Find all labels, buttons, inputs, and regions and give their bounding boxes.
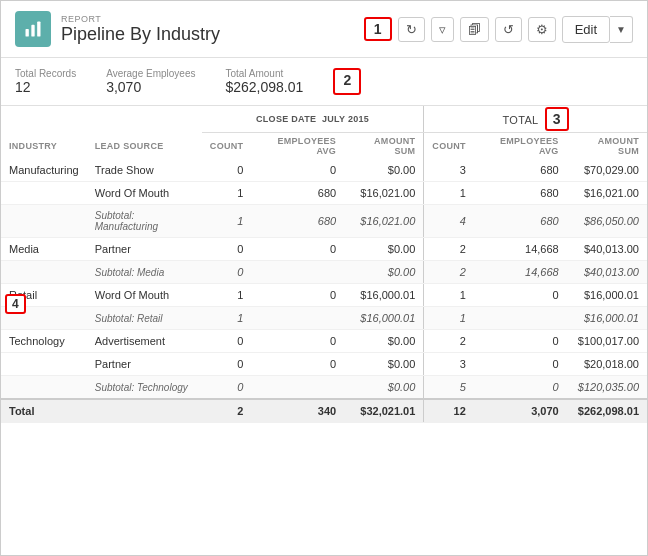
table-wrapper: CLOSE DATE July 2015 Total 3 INDUSTRY LE… [1,106,647,423]
header-left: REPORT Pipeline By Industry [15,11,220,47]
table-row: TechnologyAdvertisement00$0.0020$100,017… [1,330,647,353]
callout-3: 3 [545,107,569,131]
total-total-employees-avg: 3,070 [474,399,567,423]
table-row: Partner00$0.0030$20,018.00 [1,353,647,376]
total-count: 2 [202,399,252,423]
total-employees-avg: 340 [251,399,344,423]
report-icon [15,11,51,47]
reload-icon-btn[interactable]: ↺ [495,17,522,42]
table-row: Subtotal: Media0$0.00214,668$40,013.00 [1,261,647,284]
cell-lead-source: Partner [87,238,202,261]
callout-2: 2 [333,68,361,95]
svg-rect-1 [31,25,34,37]
avg-employees-value: 3,070 [106,79,195,95]
subtotal-lead-source: Subtotal: Manufacturing [87,205,202,238]
subtotal-lead-source: Subtotal: Retail [87,307,202,330]
total-amount-value: $262,098.01 [225,79,303,95]
table-row: Word Of Mouth1680$16,021.001680$16,021.0… [1,182,647,205]
svg-rect-2 [37,22,40,37]
column-header-row: INDUSTRY LEAD SOURCE COUNT EMPLOYEES Avg… [1,133,647,160]
total-amount-sum: $32,021.01 [344,399,424,423]
total-total-count: 12 [424,399,474,423]
total-amount-summary: Total Amount $262,098.01 [225,68,303,95]
group-header-row: CLOSE DATE July 2015 Total 3 [1,106,647,133]
report-table: CLOSE DATE July 2015 Total 3 INDUSTRY LE… [1,106,647,423]
cell-lead-source: Partner [87,353,202,376]
callout-4: 4 [5,294,26,314]
header-right: 1 ↻ ▿ 🗐 ↺ ⚙ Edit ▼ [364,16,633,43]
col-total-employees-avg: EMPLOYEES Avg [474,133,567,160]
col-total-amount-sum: AMOUNT Sum [567,133,647,160]
cell-industry: Technology [1,330,87,353]
col-employees-avg: EMPLOYEES Avg [251,133,344,160]
total-records-value: 12 [15,79,76,95]
cell-industry [1,182,87,205]
table-row: ManufacturingTrade Show00$0.003680$70,02… [1,159,647,182]
table-row: Subtotal: Technology0$0.0050$120,035.00 [1,376,647,400]
subtotal-industry [1,261,87,284]
table-row: RetailWord Of Mouth10$16,000.0110$16,000… [1,284,647,307]
total-total-amount-sum: $262,098.01 [567,399,647,423]
col-total-count: COUNT [424,133,474,160]
cell-lead-source: Word Of Mouth [87,182,202,205]
edit-group: Edit ▼ [562,16,633,43]
total-footer-row: Total 2 340 $32,021.01 12 3,070 $262,098… [1,399,647,423]
col-amount-sum: AMOUNT Sum [344,133,424,160]
avg-employees-summary: Average Employees 3,070 [106,68,195,95]
table-row: MediaPartner00$0.00214,668$40,013.00 [1,238,647,261]
cell-lead-source: Advertisement [87,330,202,353]
table-row: Subtotal: Retail1$16,000.011$16,000.01 [1,307,647,330]
total-amount-label: Total Amount [225,68,303,79]
close-date-label: CLOSE DATE [256,114,316,124]
total-section-label: Total [503,114,539,126]
total-records-summary: Total Records 12 [15,68,76,95]
col-lead-source: LEAD SOURCE [87,133,202,160]
header: REPORT Pipeline By Industry 1 ↻ ▿ 🗐 ↺ ⚙ … [1,1,647,58]
total-label: Total [1,399,202,423]
svg-rect-0 [26,29,29,37]
report-label: REPORT [61,14,220,24]
subtotal-industry [1,205,87,238]
filter-icon-btn[interactable]: ▿ [431,17,454,42]
cell-industry [1,353,87,376]
cell-lead-source: Trade Show [87,159,202,182]
subtotal-lead-source: Subtotal: Technology [87,376,202,400]
col-count: COUNT [202,133,252,160]
subtotal-industry [1,376,87,400]
avg-employees-label: Average Employees [106,68,195,79]
edit-dropdown-button[interactable]: ▼ [610,16,633,43]
subtotal-lead-source: Subtotal: Media [87,261,202,284]
share-icon-btn[interactable]: 🗐 [460,17,489,42]
cell-lead-source: Word Of Mouth [87,284,202,307]
cell-industry: Manufacturing [1,159,87,182]
table-row: Subtotal: Manufacturing1680$16,021.00468… [1,205,647,238]
refresh-icon-btn[interactable]: ↻ [398,17,425,42]
report-title: Pipeline By Industry [61,24,220,45]
cell-industry: Media [1,238,87,261]
callout-1: 1 [364,17,392,41]
edit-button[interactable]: Edit [562,16,610,43]
total-records-label: Total Records [15,68,76,79]
close-date-value: July 2015 [322,114,369,124]
settings-icon-btn[interactable]: ⚙ [528,17,556,42]
col-industry: INDUSTRY [1,133,87,160]
header-title-block: REPORT Pipeline By Industry [61,14,220,45]
summary-bar: Total Records 12 Average Employees 3,070… [1,58,647,106]
